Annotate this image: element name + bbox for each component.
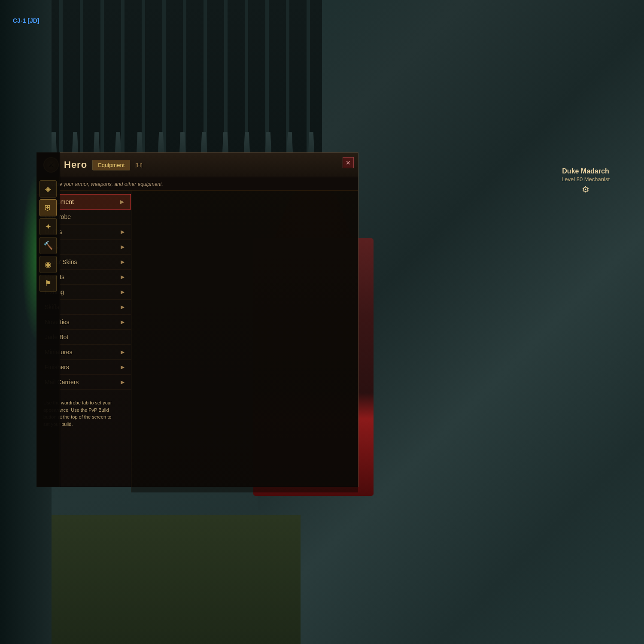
character-name: Duke Madarch bbox=[562, 167, 610, 175]
sidebar-icon-pvp[interactable]: ✦ bbox=[39, 218, 57, 235]
arrow-icon: ▶ bbox=[121, 229, 125, 235]
iron-gate bbox=[21, 0, 322, 163]
character-level: Level 80 Mechanist bbox=[562, 176, 610, 182]
arrow-icon: ▶ bbox=[121, 244, 125, 250]
hero-panel: ⚔ Hero Equipment [H] ✕ Manage your armor… bbox=[36, 152, 358, 487]
arrow-icon: ▶ bbox=[121, 304, 125, 310]
subtitle-text: Manage your armor, weapons, and other eq… bbox=[43, 181, 163, 187]
arrow-icon: ▶ bbox=[121, 364, 125, 370]
equipment-tab[interactable]: Equipment bbox=[92, 160, 130, 170]
sidebar-icon-world[interactable]: ◉ bbox=[39, 256, 57, 273]
close-button[interactable]: ✕ bbox=[343, 157, 354, 168]
sidebar-icon-bar: ◈ ⛨ ✦ 🔨 ◉ ⚑ bbox=[36, 152, 60, 487]
player-tag: CJ-1 [JD] bbox=[13, 17, 39, 24]
subtitle-bar: Manage your armor, weapons, and other eq… bbox=[37, 177, 358, 191]
arrow-icon: ▶ bbox=[121, 274, 125, 280]
arrow-icon: ▶ bbox=[121, 319, 125, 325]
arrow-icon: ▶ bbox=[121, 259, 125, 265]
sidebar-icon-hero[interactable]: ⛨ bbox=[39, 199, 57, 216]
character-info-panel: Duke Madarch Level 80 Mechanist ⚙ bbox=[562, 167, 610, 194]
sidebar-icon-inventory[interactable]: ◈ bbox=[39, 180, 57, 197]
equipment-content-area bbox=[131, 191, 358, 492]
arrow-icon: ▶ bbox=[121, 349, 125, 355]
arrow-icon: ▶ bbox=[121, 289, 125, 295]
character-profession-icon: ⚙ bbox=[562, 184, 610, 194]
main-content: Equipment ▶ Wardrobe Outfits ▶ Dyes ▶ Gl… bbox=[37, 191, 358, 492]
equipment-shortcut: [H] bbox=[135, 162, 143, 168]
title-bar: ⚔ Hero Equipment [H] ✕ bbox=[37, 153, 358, 177]
sidebar-icon-craft[interactable]: 🔨 bbox=[39, 237, 57, 254]
arrow-icon: ▶ bbox=[120, 199, 124, 205]
panel-title: Hero bbox=[64, 159, 87, 170]
arrow-icon: ▶ bbox=[121, 379, 125, 385]
sidebar-icon-guild[interactable]: ⚑ bbox=[39, 275, 57, 292]
